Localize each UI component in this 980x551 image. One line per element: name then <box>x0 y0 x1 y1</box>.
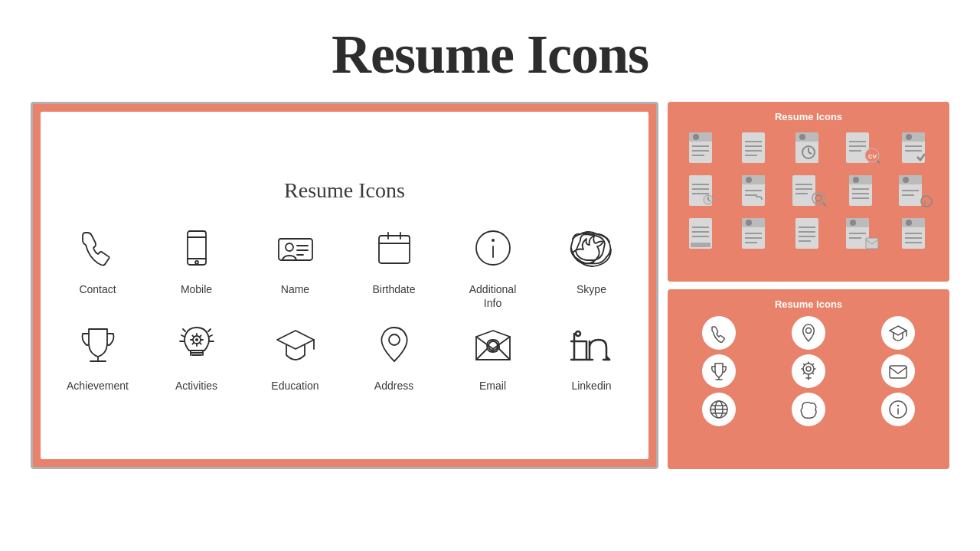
icon-cell-email: Email <box>443 318 542 393</box>
svg-point-148 <box>806 367 811 371</box>
circle-info-icon <box>881 393 915 426</box>
svg-rect-125 <box>795 218 818 249</box>
circle-location-cell <box>766 316 851 350</box>
doc-svg-2 <box>740 131 769 166</box>
circle-activities-svg <box>799 361 818 381</box>
doc-svg-4: CV <box>844 131 880 166</box>
svg-line-29 <box>199 343 201 344</box>
doc-svg-11 <box>688 217 717 252</box>
left-panel-title: Resume Icons <box>284 178 405 203</box>
svg-rect-65 <box>795 132 818 142</box>
doc-icon-6 <box>677 171 727 211</box>
name-icon-container <box>269 221 322 275</box>
svg-point-23 <box>195 338 198 341</box>
svg-line-42 <box>499 349 510 360</box>
name-icon <box>273 225 318 271</box>
circle-icons-grid <box>677 316 940 426</box>
circle-activities-cell <box>766 354 851 388</box>
svg-line-31 <box>192 343 194 344</box>
doc-icon-11 <box>677 214 727 254</box>
svg-line-36 <box>183 329 185 331</box>
contact-icon-container <box>71 221 125 275</box>
icon-cell-address: Address <box>345 318 443 393</box>
achievement-icon-container <box>71 318 125 371</box>
svg-line-100 <box>823 203 826 206</box>
doc-svg-8 <box>791 174 826 209</box>
svg-rect-54 <box>689 132 712 142</box>
svg-rect-131 <box>846 218 869 227</box>
svg-rect-135 <box>866 238 878 249</box>
additional-info-icon-container <box>466 221 520 275</box>
mobile-icon <box>174 225 220 271</box>
svg-rect-108 <box>899 175 922 184</box>
top-right-panel-title: Resume Icons <box>775 111 842 122</box>
doc-icon-14 <box>837 214 887 254</box>
doc-svg-6 <box>688 174 717 209</box>
doc-svg-15 <box>900 217 929 252</box>
svg-point-91 <box>746 177 752 183</box>
svg-line-28 <box>192 335 194 337</box>
skype-icon <box>565 225 619 271</box>
page-title: Resume Icons <box>0 0 980 102</box>
achievement-icon <box>75 321 121 367</box>
doc-icon-2 <box>730 129 781 168</box>
circle-activities-icon <box>792 354 825 388</box>
circle-email-icon <box>881 354 915 388</box>
bottom-right-panel-title: Resume Icons <box>775 298 842 310</box>
svg-rect-9 <box>379 236 410 263</box>
additional-info-icon <box>470 225 516 271</box>
content-area: Resume Icons Contact <box>0 102 980 469</box>
icon-cell-activities: Activities <box>147 318 246 393</box>
doc-svg-13 <box>794 217 823 252</box>
doc-icon-1 <box>677 129 727 168</box>
circle-education-svg <box>888 323 908 343</box>
circle-location-icon <box>792 316 825 350</box>
circle-info-cell <box>855 393 940 426</box>
circle-info-svg <box>888 399 908 419</box>
svg-point-55 <box>693 134 699 140</box>
svg-rect-118 <box>691 243 710 247</box>
birthdate-label: Birthdate <box>372 282 415 296</box>
doc-icon-4: CV <box>837 129 887 168</box>
right-panels: Resume Icons <box>668 102 949 469</box>
doc-svg-3 <box>794 131 823 166</box>
circle-achievement-icon <box>702 354 736 388</box>
doc-icon-13 <box>783 214 834 254</box>
svg-point-109 <box>903 177 909 183</box>
additional-info-label: AdditionalInfo <box>469 282 517 310</box>
svg-point-3 <box>195 261 198 264</box>
svg-point-121 <box>746 220 752 226</box>
circle-contact-svg <box>709 323 729 343</box>
svg-point-99 <box>815 195 822 201</box>
svg-rect-78 <box>902 132 925 142</box>
skype-label: Skype <box>577 282 606 296</box>
circle-web-svg <box>709 399 729 419</box>
circle-contact-icon <box>702 316 736 350</box>
svg-line-154 <box>812 373 814 374</box>
circle-skype-icon <box>792 393 825 426</box>
icon-cell-mobile: Mobile <box>147 221 246 310</box>
svg-line-76 <box>877 161 880 165</box>
doc-icons-grid: CV <box>677 129 940 254</box>
svg-point-103 <box>853 177 859 183</box>
icons-grid: Contact Mobile <box>48 221 641 393</box>
svg-point-66 <box>799 134 805 140</box>
svg-point-138 <box>906 220 912 226</box>
svg-point-112 <box>921 196 932 207</box>
left-inner: Resume Icons Contact <box>41 112 648 459</box>
circle-skype-cell <box>766 393 851 426</box>
doc-svg-14 <box>844 217 880 252</box>
address-icon <box>371 321 417 367</box>
svg-text:i: i <box>924 199 926 206</box>
doc-svg-12 <box>740 217 769 252</box>
activities-label: Activities <box>175 379 217 393</box>
address-icon-container <box>368 318 421 371</box>
circle-web-icon <box>702 393 736 426</box>
linkedin-icon-container <box>565 318 619 371</box>
circle-web-cell <box>677 393 762 426</box>
education-icon-container <box>269 318 322 371</box>
circle-education-icon <box>881 316 915 350</box>
svg-line-37 <box>208 329 211 331</box>
svg-rect-102 <box>849 175 872 184</box>
doc-svg-10: i <box>897 174 933 209</box>
